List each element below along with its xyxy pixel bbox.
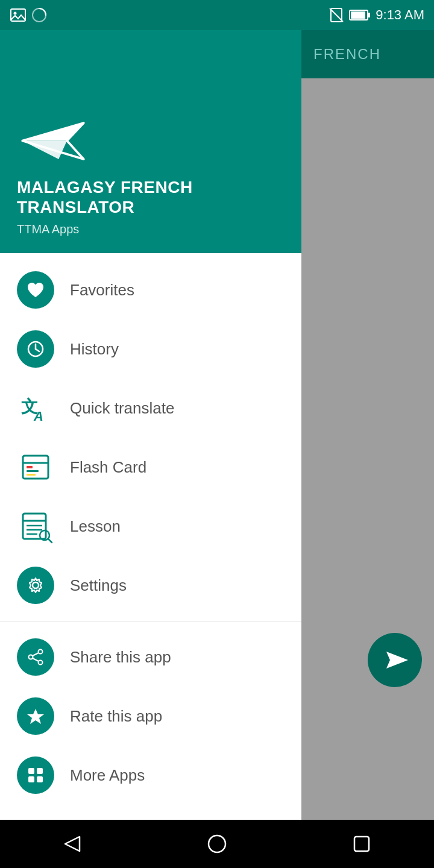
main-layout: MALAGASY FRENCH TRANSLATOR TTMA Apps Fav…	[0, 30, 434, 868]
flashcard-icon-container	[17, 448, 54, 486]
share-icon-bg	[17, 638, 54, 676]
svg-rect-7	[368, 13, 370, 17]
svg-rect-35	[28, 768, 34, 774]
menu-item-flash-card[interactable]: Flash Card	[0, 438, 301, 497]
menu-item-more-apps[interactable]: More Apps	[0, 746, 301, 805]
menu-item-quick-translate[interactable]: 文 A Quick translate	[0, 379, 301, 438]
right-panel-content	[301, 78, 434, 868]
app-subtitle: TTMA Apps	[17, 222, 285, 236]
svg-marker-9	[22, 140, 67, 159]
quick-translate-label: Quick translate	[70, 399, 174, 418]
heart-icon	[26, 280, 45, 300]
svg-marker-39	[386, 652, 408, 668]
history-label: History	[70, 340, 119, 359]
svg-point-41	[209, 835, 225, 852]
battery-icon	[349, 8, 371, 22]
svg-text:A: A	[33, 409, 43, 424]
status-bar-right: 9:13 AM	[329, 7, 424, 23]
svg-rect-20	[27, 474, 36, 476]
back-icon	[61, 833, 83, 855]
drawer-header: MALAGASY FRENCH TRANSLATOR TTMA Apps	[0, 30, 301, 253]
language-label: FRENCH	[313, 46, 381, 63]
rate-label: Rate this app	[70, 707, 162, 726]
more-apps-icon-bg	[17, 756, 54, 794]
home-button[interactable]	[193, 820, 241, 868]
back-button[interactable]	[48, 820, 96, 868]
svg-point-29	[39, 650, 43, 654]
translate-icon-container: 文 A	[17, 389, 54, 427]
home-icon	[207, 834, 227, 854]
menu-item-lesson[interactable]: Lesson	[0, 497, 301, 556]
svg-line-33	[33, 658, 39, 661]
svg-rect-38	[37, 776, 43, 782]
image-icon	[10, 7, 27, 24]
svg-point-1	[14, 12, 17, 15]
svg-line-13	[36, 349, 39, 351]
recents-button[interactable]	[338, 820, 386, 868]
status-bar: 9:13 AM	[0, 0, 434, 30]
svg-rect-37	[28, 776, 34, 782]
app-logo	[17, 117, 285, 168]
star-icon	[26, 706, 45, 726]
svg-line-27	[48, 539, 52, 542]
flash-card-label: Flash Card	[70, 458, 146, 477]
recents-icon	[353, 835, 371, 853]
menu-divider	[0, 621, 301, 621]
grid-icon	[26, 766, 45, 785]
svg-point-31	[39, 661, 43, 665]
flashcard-icon	[18, 450, 53, 485]
menu-item-rate[interactable]: Rate this app	[0, 687, 301, 746]
logo-svg	[17, 117, 89, 165]
right-panel: FRENCH	[301, 30, 434, 868]
svg-point-28	[33, 582, 39, 588]
status-bar-left	[10, 7, 47, 24]
svg-rect-42	[354, 837, 369, 851]
svg-marker-40	[65, 837, 80, 851]
svg-rect-6	[351, 11, 365, 19]
share-label: Share this app	[70, 648, 171, 667]
svg-rect-18	[27, 466, 33, 468]
settings-label: Settings	[70, 576, 127, 595]
history-icon-bg	[17, 330, 54, 368]
menu-item-favorites[interactable]: Favorites	[0, 260, 301, 319]
loading-icon	[31, 7, 47, 23]
svg-line-4	[330, 8, 343, 22]
settings-icon-bg	[17, 567, 54, 604]
svg-rect-19	[27, 470, 39, 472]
svg-marker-34	[27, 709, 44, 724]
app-title: MALAGASY FRENCH TRANSLATOR	[17, 177, 285, 218]
menu-item-settings[interactable]: Settings	[0, 556, 301, 615]
lesson-icon-container	[17, 508, 54, 545]
bottom-nav	[0, 820, 434, 868]
menu-item-share[interactable]: Share this app	[0, 627, 301, 687]
share-icon	[26, 647, 45, 667]
svg-rect-36	[37, 768, 43, 774]
no-sim-icon	[329, 7, 344, 23]
lesson-label: Lesson	[70, 517, 121, 536]
svg-point-30	[29, 655, 33, 659]
translate-icon: 文 A	[18, 391, 53, 426]
lesson-icon	[18, 509, 53, 544]
menu-items: Favorites History 文 A	[0, 253, 301, 868]
clock-icon	[26, 339, 45, 359]
favorites-icon-bg	[17, 271, 54, 309]
drawer: MALAGASY FRENCH TRANSLATOR TTMA Apps Fav…	[0, 30, 301, 868]
rate-icon-bg	[17, 697, 54, 735]
time-display: 9:13 AM	[376, 7, 424, 23]
right-panel-header: FRENCH	[301, 30, 434, 78]
gear-icon	[26, 576, 45, 595]
translate-button[interactable]	[368, 633, 422, 687]
menu-item-history[interactable]: History	[0, 319, 301, 379]
send-icon	[382, 647, 408, 673]
svg-line-32	[33, 653, 39, 656]
more-apps-label: More Apps	[70, 766, 145, 785]
favorites-label: Favorites	[70, 281, 134, 300]
